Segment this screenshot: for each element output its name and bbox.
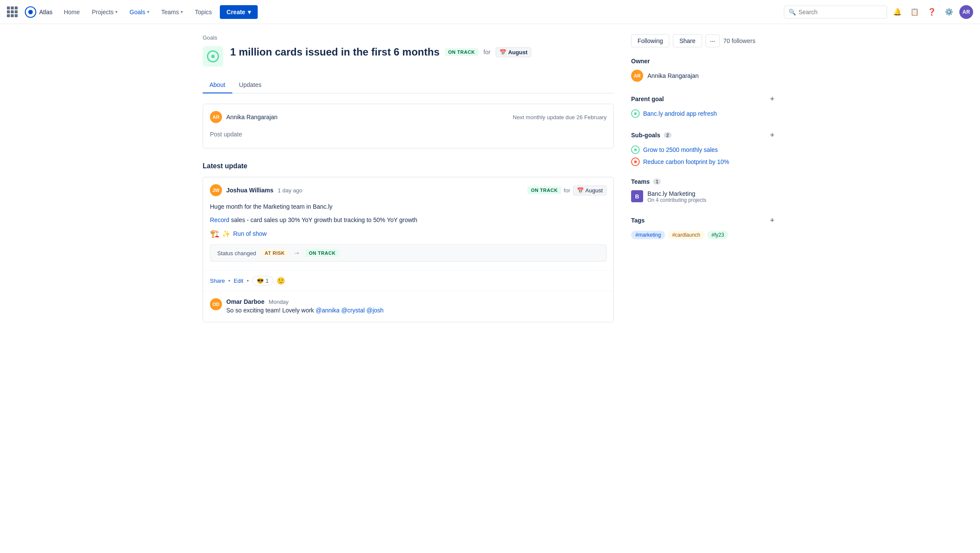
search-icon: 🔍 [789, 9, 796, 15]
followers-count: 70 followers [723, 37, 755, 44]
post-update-author: Annika Rangarajan [226, 114, 277, 120]
status-badge: ON TRACK [445, 48, 478, 56]
current-user-avatar: AR [210, 111, 222, 123]
more-actions-button[interactable]: ··· [706, 34, 720, 47]
parent-goal-header: Parent goal + [631, 94, 777, 104]
tag-fy23[interactable]: #fy23 [707, 231, 728, 239]
breadcrumb-goals-link[interactable]: Goals [203, 34, 217, 41]
tags-add-button[interactable]: + [767, 215, 777, 226]
tab-about[interactable]: About [203, 77, 232, 93]
comment: OD Omar Darboe Monday So so exciting tea… [210, 298, 607, 315]
parent-goal-link[interactable]: Banc.ly android app refresh [643, 110, 717, 117]
update-text-line1: Huge month for the Marketing team in Ban… [210, 202, 607, 211]
breadcrumb: Goals [203, 34, 614, 41]
top-nav: Atlas Home Projects ▾ Goals ▾ Teams ▾ To… [0, 0, 980, 24]
due-text: Next monthly update due 26 February [513, 114, 607, 120]
month-badge[interactable]: 📅 August [496, 47, 531, 57]
team-name: Banc.ly Marketing [647, 190, 706, 197]
subgoal-link-0[interactable]: Grow to 2500 monthly sales [643, 146, 718, 153]
commenter-avatar: OD [210, 298, 222, 310]
mention-annika[interactable]: @annika [316, 307, 339, 314]
sidebar-subgoals-section: Sub-goals 2 + Grow to 2500 monthly sales… [631, 130, 777, 166]
create-chevron-icon: ▾ [248, 9, 251, 15]
post-update-placeholder[interactable]: Post update [210, 127, 607, 141]
teams-count: 1 [653, 179, 661, 185]
for-label: for [484, 49, 490, 56]
nav-topics[interactable]: Topics [191, 6, 216, 18]
app-logo-text: Atlas [39, 9, 52, 15]
app-logo[interactable]: Atlas [25, 6, 52, 18]
app-grid-icon[interactable] [7, 6, 18, 17]
team-icon: B [631, 190, 643, 202]
subgoals-title: Sub-goals [631, 132, 660, 139]
goal-title: 1 million cards issued in the first 6 mo… [230, 46, 614, 58]
subgoals-add-button[interactable]: + [767, 130, 777, 140]
parent-goal-add-button[interactable]: + [767, 94, 777, 104]
nav-teams[interactable]: Teams ▾ [157, 6, 187, 18]
tab-updates[interactable]: Updates [232, 77, 268, 93]
sidebar-parent-goal-section: Parent goal + Banc.ly android app refres… [631, 94, 777, 118]
help-icon[interactable]: ❓ [925, 5, 939, 19]
edit-button[interactable]: Edit [234, 278, 243, 284]
mention-crystal[interactable]: @crystal [341, 307, 365, 314]
update-card: JW Joshua Williams 1 day ago ON TRACK fo… [203, 177, 614, 322]
update-time: 1 day ago [278, 187, 302, 194]
nav-projects[interactable]: Projects ▾ [87, 6, 122, 18]
goal-icon [203, 46, 223, 67]
subgoal-link-1[interactable]: Reduce carbon footprint by 10% [643, 158, 729, 165]
search-box[interactable]: 🔍 [784, 6, 887, 19]
commenter-name: Omar Darboe [226, 298, 265, 305]
sunglasses-reaction[interactable]: 😎 1 [252, 276, 273, 286]
team-row: B Banc.ly Marketing On 4 contributing pr… [631, 190, 777, 203]
subgoals-count: 2 [664, 132, 672, 138]
parent-goal-circle-icon [631, 109, 640, 118]
updates-icon[interactable]: 📋 [908, 5, 921, 19]
svg-point-1 [28, 9, 33, 14]
add-reaction-button[interactable]: 🙂 [277, 277, 285, 285]
nav-goals[interactable]: Goals ▾ [125, 6, 154, 18]
subgoal-row-1: Reduce carbon footprint by 10% [631, 158, 777, 166]
mention-josh[interactable]: @josh [367, 307, 384, 314]
status-arrow-icon: → [293, 249, 300, 257]
goal-header: 1 million cards issued in the first 6 mo… [203, 46, 614, 67]
update-month-badge: 📅 August [573, 185, 607, 195]
owner-header: Owner [631, 58, 777, 65]
sunglasses-emoji: 😎 [257, 278, 264, 284]
create-button[interactable]: Create ▾ [220, 5, 258, 19]
record-link[interactable]: Record [210, 216, 229, 223]
sidebar-tags-section: Tags + #marketing #cardlaunch #fy23 [631, 215, 777, 239]
search-input[interactable] [798, 9, 882, 15]
subgoal-circle-icon-0 [631, 145, 640, 154]
share-button[interactable]: Share [673, 34, 702, 47]
owner-avatar: AR [631, 70, 643, 82]
user-avatar[interactable]: AR [959, 5, 973, 19]
tags-header: Tags + [631, 215, 777, 226]
goal-title-block: 1 million cards issued in the first 6 mo… [230, 46, 614, 58]
following-label: Following [638, 37, 663, 44]
calendar-icon: 📅 [499, 49, 506, 56]
attachment-emoji: 🏗️ [210, 229, 219, 238]
update-for: ON TRACK for 📅 August [527, 185, 607, 195]
share-button[interactable]: Share [210, 278, 225, 284]
following-button[interactable]: Following [631, 34, 669, 47]
notifications-icon[interactable]: 🔔 [891, 5, 904, 19]
update-meta: JW Joshua Williams 1 day ago ON TRACK fo… [210, 184, 607, 196]
status-changed-row: Status changed AT RISK → ON TRACK [210, 244, 607, 262]
run-of-show-link[interactable]: Run of show [233, 230, 267, 237]
settings-icon[interactable]: ⚙️ [942, 5, 956, 19]
nav-home[interactable]: Home [59, 6, 84, 18]
tabs: About Updates [203, 77, 614, 93]
update-author: Joshua Williams [226, 187, 274, 194]
tag-cardlaunch[interactable]: #cardlaunch [668, 231, 704, 239]
goal-circle-icon [207, 50, 219, 62]
sidebar: Following Share ··· 70 followers Owner A… [631, 34, 777, 322]
parent-goal-row: Banc.ly android app refresh [631, 109, 777, 118]
post-update-header: AR Annika Rangarajan Next monthly update… [210, 111, 607, 123]
projects-chevron-icon: ▾ [115, 9, 117, 14]
sidebar-owner-section: Owner AR Annika Rangarajan [631, 58, 777, 82]
update-calendar-icon: 📅 [577, 187, 584, 194]
sparkle-icon: ✨ [222, 230, 231, 238]
tags-title: Tags [631, 217, 645, 224]
parent-goal-title: Parent goal [631, 96, 664, 102]
tag-marketing[interactable]: #marketing [631, 231, 665, 239]
